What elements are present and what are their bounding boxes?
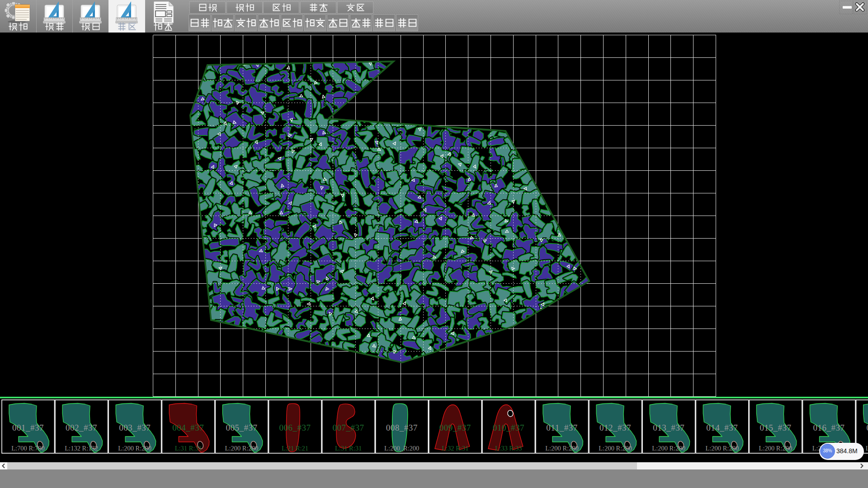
svg-text:L:21 R:21: L:21 R:21 [282,445,308,452]
svg-text:014_#37: 014_#37 [706,423,738,432]
svg-text:L:200 R:200: L:200 R:200 [759,445,793,452]
svg-text:L:200 R:200: L:200 R:200 [705,445,739,452]
svg-text:003_#37: 003_#37 [119,423,151,432]
svg-text:L:200_R:200: L:200_R:200 [384,445,419,452]
svg-text:009_#37: 009_#37 [439,423,471,432]
svg-text:L:200 R:200: L:200 R:200 [225,445,259,452]
svg-text:L:200 R:200: L:200 R:200 [599,445,632,452]
svg-text:010_#37: 010_#37 [493,423,524,432]
svg-text:L:32 R:31: L:32 R:31 [442,445,468,452]
svg-text:L:132 R:132: L:132 R:132 [65,445,98,452]
svg-text:017_#37: 017_#37 [867,423,868,432]
svg-text:012_#37: 012_#37 [599,423,631,432]
svg-text:016_#37: 016_#37 [813,423,845,432]
svg-text:L:200 R:200: L:200 R:200 [866,445,868,452]
svg-text:013_#37: 013_#37 [653,423,684,432]
svg-text:L:200 R:200: L:200 R:200 [118,445,151,452]
svg-text:007_#37: 007_#37 [333,423,364,432]
svg-text:L:31 R:31: L:31 R:31 [335,445,362,452]
svg-text:L:33 R:33: L:33 R:33 [495,445,522,452]
svg-text:008_#37: 008_#37 [386,423,418,432]
svg-text:004_#37: 004_#37 [172,423,204,432]
svg-text:001_#37: 001_#37 [12,423,44,432]
svg-text:L:200 R:200: L:200 R:200 [652,445,685,452]
svg-text:006_#37: 006_#37 [279,423,311,432]
svg-text:015_#37: 015_#37 [760,423,791,432]
svg-text:002_#37: 002_#37 [66,423,97,432]
svg-text:005_#37: 005_#37 [226,423,257,432]
svg-text:L:200 R:200: L:200 R:200 [545,445,579,452]
svg-text:011_#37: 011_#37 [546,423,577,432]
svg-text:L:700 R:700: L:700 R:700 [11,445,45,452]
svg-text:L:31 R:31: L:31 R:31 [175,445,202,452]
